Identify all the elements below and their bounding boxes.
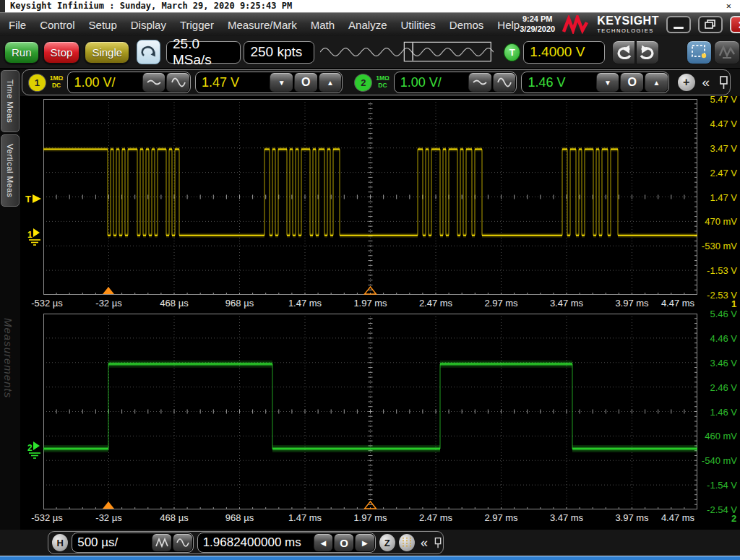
menu-item-setup[interactable]: Setup bbox=[89, 19, 117, 31]
channel1-scale-smaller-button[interactable] bbox=[142, 73, 165, 92]
run-button[interactable]: Run bbox=[4, 41, 39, 64]
trigger-level-marker: T bbox=[25, 192, 43, 208]
channel1-scale-larger-button[interactable] bbox=[166, 73, 189, 92]
undo-button[interactable] bbox=[612, 40, 635, 64]
zoom-mode-button[interactable]: Z bbox=[379, 534, 395, 551]
close-button[interactable]: ✕ bbox=[730, 16, 740, 33]
x-axis-label: 3.47 ms bbox=[550, 298, 583, 309]
touch-button[interactable] bbox=[137, 40, 160, 64]
undo-icon bbox=[615, 45, 632, 59]
menu-item-control[interactable]: Control bbox=[40, 19, 74, 31]
menu-bar: FileControlSetupDisplayTriggerMeasure/Ma… bbox=[0, 12, 740, 36]
chevron-down-icon: ▼ bbox=[604, 79, 611, 87]
redo-icon bbox=[639, 45, 656, 59]
selection-rect-icon bbox=[691, 44, 708, 60]
trigger-level-field[interactable]: 1.4000 V bbox=[523, 41, 605, 64]
chevron-left-icon: ◀ bbox=[321, 539, 327, 547]
pin-icon[interactable] bbox=[434, 536, 443, 549]
stop-button[interactable]: Stop bbox=[43, 41, 80, 64]
timebase-zoom-in-button[interactable] bbox=[152, 534, 171, 551]
minimize-icon bbox=[674, 27, 684, 29]
tab-vertical-meas[interactable]: Vertical Meas bbox=[1, 134, 20, 207]
chevron-down-icon: ▼ bbox=[278, 79, 285, 87]
zero-icon: O bbox=[627, 76, 636, 89]
channel1-offset-down-button[interactable]: ▼ bbox=[270, 73, 293, 92]
acquisition-toolbar: Run Stop Single 25.0 MSa/s 250 kpts T 1.… bbox=[0, 36, 740, 69]
x-axis-label: 4.47 ms bbox=[661, 512, 694, 523]
trigger-arrow-icon: T bbox=[25, 192, 43, 205]
tab-time-meas[interactable]: Time Meas bbox=[1, 70, 20, 132]
left-sidebar: Time Meas Vertical Meas Measurements » bbox=[0, 69, 20, 560]
channel2-badge[interactable]: 2 bbox=[354, 74, 372, 92]
large-sine-icon bbox=[171, 76, 186, 89]
menu-item-display[interactable]: Display bbox=[131, 19, 166, 31]
channel2-coupling: 1MΩ DC bbox=[376, 75, 390, 90]
channel2-offset-up-button[interactable]: ▲ bbox=[645, 73, 668, 92]
window-title: Keysight Infiniium : Sunday, March 29, 2… bbox=[10, 0, 292, 12]
y-axis-label: 4.46 V bbox=[698, 333, 737, 344]
redo-button[interactable] bbox=[636, 40, 659, 64]
channel1-offset-up-button[interactable]: ▲ bbox=[319, 73, 342, 92]
menu-item-measure-mark[interactable]: Measure/Mark bbox=[228, 19, 297, 31]
menu-item-math[interactable]: Math bbox=[311, 19, 335, 31]
x-axis-label: 3.97 ms bbox=[615, 298, 648, 309]
menu-item-help[interactable]: Help bbox=[497, 19, 520, 31]
waveform-tool-button[interactable] bbox=[714, 40, 740, 64]
delay-field[interactable]: 1.9682400000 ms bbox=[198, 533, 313, 552]
delay-zero-button[interactable]: O bbox=[334, 534, 353, 551]
channel2-offset-zero-button[interactable]: O bbox=[620, 73, 643, 92]
markers-button[interactable] bbox=[399, 534, 415, 551]
close-icon: ✕ bbox=[738, 20, 740, 30]
channel1-offset-field[interactable]: 1.47 V bbox=[196, 72, 269, 92]
region-select-button[interactable] bbox=[687, 40, 713, 64]
channel2-scale-field[interactable]: 1.00 V/ bbox=[395, 72, 468, 92]
channel2-offset-down-button[interactable]: ▼ bbox=[596, 73, 619, 92]
menu-item-analyze[interactable]: Analyze bbox=[348, 19, 387, 31]
grid-pane-2[interactable] bbox=[43, 314, 697, 509]
y-axis-label: 2.46 V bbox=[698, 382, 737, 393]
sample-rate-field[interactable]: 25.0 MSa/s bbox=[166, 41, 241, 64]
channel1-badge[interactable]: 1 bbox=[28, 74, 46, 92]
menu-item-utilities[interactable]: Utilities bbox=[400, 19, 435, 31]
menu-item-file[interactable]: File bbox=[9, 19, 26, 31]
large-sine-icon bbox=[497, 76, 512, 89]
svg-text:T: T bbox=[25, 194, 31, 204]
titlebar-close-icon[interactable]: ✕ bbox=[726, 0, 731, 12]
menu-item-demos[interactable]: Demos bbox=[449, 19, 484, 31]
menu-items: FileControlSetupDisplayTriggerMeasure/Ma… bbox=[9, 19, 520, 31]
waveform-display[interactable]: T 1 -532 µs-32 µs468 µs968 µs1.47 ms1.97… bbox=[20, 96, 740, 530]
oscilloscope-app: Keysight Infiniium : Sunday, March 29, 2… bbox=[0, 0, 740, 560]
x-axis-label: 1.97 ms bbox=[353, 298, 387, 309]
y-axis-label: 2.47 V bbox=[698, 168, 737, 178]
grid-pane-1[interactable] bbox=[43, 99, 697, 295]
channel2-offset-field[interactable]: 1.46 V bbox=[522, 72, 595, 92]
timebase-zoom-out-button[interactable] bbox=[173, 534, 192, 551]
channel2-ground-marker: 2 bbox=[26, 439, 43, 462]
add-channel-button[interactable]: + bbox=[678, 74, 695, 91]
timebase-field[interactable]: 500 µs/ bbox=[72, 533, 151, 552]
x-axis-label: 2.47 ms bbox=[419, 298, 452, 309]
memory-depth-field[interactable]: 250 kpts bbox=[244, 41, 314, 64]
keysight-logo-icon bbox=[562, 15, 590, 34]
delay-left-button[interactable]: ◀ bbox=[314, 534, 333, 551]
x-axis-label: 1.47 ms bbox=[288, 512, 322, 523]
channel2-scale-group: 1.00 V/ bbox=[394, 72, 517, 93]
menu-item-trigger[interactable]: Trigger bbox=[180, 19, 214, 31]
pin-icon[interactable] bbox=[718, 75, 730, 90]
y-axis-label: -1.54 V bbox=[698, 480, 737, 491]
single-button[interactable]: Single bbox=[85, 41, 129, 64]
collapse-channelbar-button[interactable]: « bbox=[702, 74, 710, 90]
collapse-bottombar-button[interactable]: « bbox=[421, 535, 428, 551]
channel2-scale-larger-button[interactable] bbox=[493, 73, 516, 92]
channel1-offset-zero-button[interactable]: O bbox=[294, 73, 317, 92]
minimize-button[interactable] bbox=[666, 16, 691, 33]
restore-button[interactable] bbox=[698, 16, 723, 33]
horizontal-preview[interactable] bbox=[320, 40, 494, 64]
delay-right-button[interactable]: ▶ bbox=[355, 534, 374, 551]
y-axis-label: -530 mV bbox=[698, 241, 737, 251]
svg-text:1: 1 bbox=[27, 230, 33, 240]
channel2-scale-smaller-button[interactable] bbox=[468, 73, 491, 92]
y-axis-label: 3.46 V bbox=[698, 358, 737, 369]
channel1-coupling-mode: DC bbox=[50, 82, 64, 90]
channel1-scale-field[interactable]: 1.00 V/ bbox=[68, 72, 141, 92]
